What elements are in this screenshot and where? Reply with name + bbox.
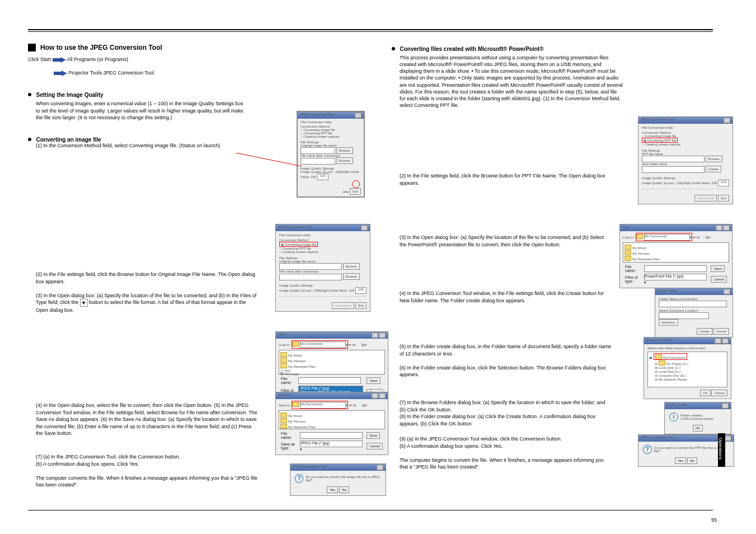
page-number: 55: [711, 517, 717, 523]
close-icon[interactable]: ×: [379, 332, 386, 338]
section-title: How to use the JPEG Conversion Tool: [40, 44, 162, 51]
folder-icon: [280, 358, 287, 363]
fig-open-ppt[interactable]: Open?× Look in: My Documents▾ ⬅ 🗀 📄 ▥▾ M…: [619, 224, 732, 288]
fig-folder-created: Folder create× i Folder created.C:\My Do…: [664, 402, 731, 434]
help-icon[interactable]: ?: [372, 332, 378, 338]
folder-icon: [624, 256, 631, 261]
bullet-icon: [392, 47, 395, 50]
question-icon: ?: [643, 445, 652, 454]
browse-button[interactable]: Browse: [336, 147, 353, 154]
bullet-title: Converting files created with Microsoft®…: [400, 46, 544, 52]
fig-conv-ppt-tool: JPEG Conversion Tool× File Conversion He…: [638, 116, 733, 204]
close-icon[interactable]: ×: [361, 225, 368, 231]
step-text: (5) In the Folder create dialog box, in …: [400, 343, 612, 378]
create-button[interactable]: Create: [697, 328, 712, 335]
browse-button[interactable]: Browse: [336, 157, 353, 164]
toolbar-icons[interactable]: ⬅ 🗀 📄 ▥▾: [349, 343, 367, 346]
rule-top-thin: [28, 31, 713, 32]
step-text: (2) In the File settings field, click th…: [400, 172, 623, 186]
close-icon[interactable]: ×: [379, 393, 386, 399]
browse-button[interactable]: Browse: [706, 156, 722, 162]
help-icon[interactable]: ?: [372, 393, 378, 399]
folder-icon: [292, 341, 299, 346]
folder-icon: [655, 354, 662, 359]
callout-circle: [352, 180, 360, 188]
no-button[interactable]: No: [687, 457, 697, 464]
exit-button[interactable]: Exit: [355, 302, 367, 309]
cancel-button[interactable]: Cancel: [711, 276, 727, 283]
svg-marker-1: [54, 71, 67, 76]
exit-button[interactable]: Exit: [718, 195, 729, 202]
fig-browse-folder[interactable]: Browse for Folder?× Select new folder lo…: [644, 337, 731, 399]
bullet-step: (1) In the Conversion Method field, sele…: [36, 143, 220, 148]
leader-line: [236, 153, 303, 170]
yes-button[interactable]: Yes: [327, 486, 338, 493]
bullet-title: Setting the Image Quality: [36, 92, 104, 98]
open-button[interactable]: Open: [367, 377, 381, 384]
folder-icon: [280, 424, 287, 429]
folder-icon: [280, 352, 287, 357]
dropdown-icon[interactable]: ▼: [80, 299, 88, 307]
dropdown-icon[interactable]: ▾: [300, 447, 302, 451]
help-icon[interactable]: ?: [716, 225, 722, 231]
close-icon[interactable]: ×: [724, 118, 730, 123]
folder-icon: [659, 360, 665, 366]
dropdown-icon[interactable]: ▾: [346, 343, 348, 346]
select-button[interactable]: Selection: [659, 319, 678, 326]
ok-button[interactable]: OK: [693, 425, 703, 432]
svg-marker-0: [53, 57, 66, 63]
step3-text: (4) In the Open dialog box, select the f…: [36, 402, 260, 437]
help-icon[interactable]: ?: [715, 338, 721, 344]
section-text: Click Start All Programs (or Programs) P…: [28, 56, 341, 76]
step-text: (7) In the Browse Folders dialog box: (a…: [400, 399, 612, 427]
browse-button[interactable]: Browse: [343, 273, 360, 280]
svg-line-2: [236, 153, 302, 166]
fig-small-quality: JPEG Conversion Tool× File Conversion He…: [297, 111, 365, 198]
yes-button[interactable]: Yes: [675, 457, 686, 464]
ok-button[interactable]: OK: [700, 390, 711, 396]
right-arrow-icon: [54, 69, 67, 76]
close-icon[interactable]: ×: [377, 465, 383, 470]
folder-icon: [280, 418, 287, 423]
bullet-icon: [28, 93, 31, 96]
fig-conv-img-tool: JPEG Conversion Tool× File Conversion He…: [275, 224, 370, 312]
dropdown-icon[interactable]: ▾: [644, 280, 646, 284]
close-icon[interactable]: ×: [722, 338, 729, 344]
side-tab: Operations: [718, 433, 725, 467]
bullet-body: When converting images, enter a numerica…: [36, 100, 248, 120]
step2-text: (2) In the File settings field, click th…: [36, 271, 260, 314]
browse-button[interactable]: Browse: [343, 263, 360, 270]
fig-folder-create[interactable]: Folder create× Folder Name of document S…: [655, 288, 733, 338]
close-icon[interactable]: ×: [725, 435, 731, 441]
cancel-button[interactable]: Cancel: [713, 328, 729, 335]
step-text: (9) (a) In the JPEG Conversion Tool wind…: [400, 435, 612, 471]
dropdown-icon[interactable]: ▾: [690, 236, 692, 239]
fig-confirm-image: JPEG Conversion Tool× ? Do you want to c…: [290, 463, 386, 496]
convert-button[interactable]: Conversion: [332, 302, 354, 309]
open-button[interactable]: Open: [711, 265, 725, 272]
cancel-button[interactable]: Cancel: [711, 390, 727, 396]
toolbar-icons[interactable]: ⬅ 🗀 📄 ▥▾: [349, 404, 367, 407]
question-icon: ?: [295, 474, 303, 483]
fig-save-dialog[interactable]: Save As?× Save in: My Documents▾ ⬅ 🗀 📄 ▥…: [275, 392, 388, 455]
cancel-button[interactable]: Cancel: [367, 443, 383, 449]
exit-button[interactable]: Exit: [350, 188, 361, 195]
close-icon[interactable]: ×: [724, 289, 730, 294]
toolbar-icons[interactable]: ⬅ 🗀 📄 ▥▾: [693, 236, 711, 239]
step4-text: (7) (a) In the JPEG Conversion Tool, cli…: [36, 453, 260, 489]
convert-button[interactable]: Conversion: [694, 195, 717, 202]
step-text: (4) In the JPEG Conversion Tool window, …: [400, 290, 612, 304]
folder-icon: [280, 413, 287, 418]
right-arrow-icon: [53, 56, 66, 63]
section-square-icon: [28, 44, 36, 51]
create-button[interactable]: Create: [706, 166, 721, 172]
close-icon[interactable]: ×: [722, 403, 729, 409]
convert-button[interactable]: [343, 191, 349, 193]
save-button[interactable]: Save: [367, 432, 380, 439]
dropdown-icon[interactable]: ▾: [346, 404, 348, 407]
close-icon[interactable]: ×: [355, 113, 361, 118]
info-icon: i: [669, 413, 678, 421]
rule-top-thick: [28, 29, 713, 30]
no-button[interactable]: No: [339, 486, 349, 493]
close-icon[interactable]: ×: [723, 225, 730, 231]
